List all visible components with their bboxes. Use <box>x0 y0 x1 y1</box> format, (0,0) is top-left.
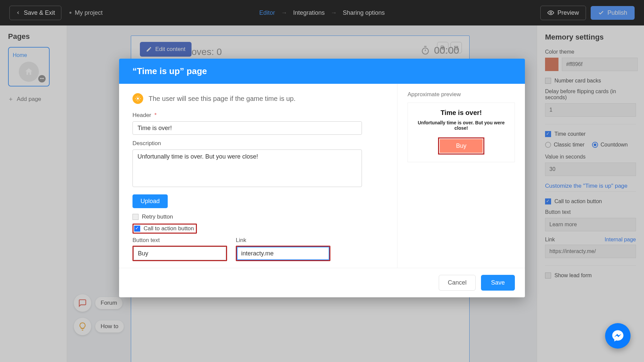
svg-line-14 <box>136 100 137 101</box>
header-field-label: Header * <box>132 112 384 119</box>
retry-label: Retry button <box>142 214 173 220</box>
preview-card: Time is over! Unfortunally time is over.… <box>408 103 515 162</box>
timeup-modal: “Time is up” page The user will see this… <box>119 59 525 297</box>
preview-label: Approximate preview <box>408 91 515 98</box>
description-textarea[interactable] <box>132 149 362 187</box>
save-button[interactable]: Save <box>481 275 515 291</box>
svg-point-8 <box>137 98 139 100</box>
modal-overlay: “Time is up” page The user will see this… <box>0 0 644 362</box>
preview-desc: Unfortunally time is over. But you were … <box>413 120 510 131</box>
link-label-modal: Link <box>236 237 330 244</box>
svg-line-16 <box>136 97 137 98</box>
cta-checkbox-modal[interactable]: Call to action button <box>134 225 194 232</box>
messenger-button[interactable] <box>605 323 631 349</box>
description-field-label: Description <box>132 140 384 147</box>
cancel-button[interactable]: Cancel <box>439 275 476 291</box>
svg-line-13 <box>139 97 140 98</box>
checkbox-icon <box>134 226 140 232</box>
header-input[interactable] <box>132 121 362 135</box>
svg-line-15 <box>139 100 140 101</box>
button-text-input-modal[interactable] <box>133 247 226 260</box>
cta-label-modal: Call to action button <box>144 225 194 232</box>
messenger-icon <box>611 329 625 343</box>
sun-icon <box>132 93 143 104</box>
link-input-modal[interactable] <box>237 247 329 260</box>
modal-title: “Time is up” page <box>119 59 525 84</box>
preview-title: Time is over! <box>413 109 510 117</box>
retry-checkbox[interactable]: Retry button <box>132 214 384 220</box>
upload-button[interactable]: Upload <box>132 194 168 208</box>
preview-cta-button[interactable]: Buy <box>440 139 482 153</box>
modal-info-text: The user will see this page if the game … <box>149 95 296 103</box>
modal-info: The user will see this page if the game … <box>132 93 384 104</box>
checkbox-icon <box>132 214 139 220</box>
button-text-label-modal: Button text <box>132 237 227 244</box>
